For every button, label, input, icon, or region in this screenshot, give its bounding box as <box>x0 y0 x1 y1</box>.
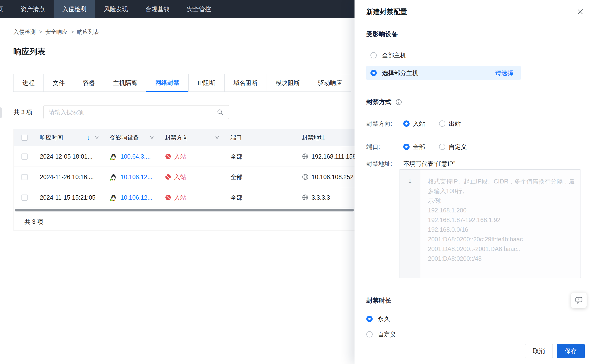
nav-item-asset-inventory[interactable]: 资产清点 <box>12 0 54 18</box>
port-custom-label[interactable]: 自定义 <box>449 143 467 151</box>
col-affected-device-label: 受影响设备 <box>110 134 139 141</box>
filter-icon[interactable] <box>149 135 154 140</box>
tab-container[interactable]: 容器 <box>74 74 104 92</box>
radio-port-custom[interactable] <box>439 144 445 150</box>
radio-all-hosts[interactable] <box>371 52 377 58</box>
address-label: 10.106.108.252 <box>312 174 354 181</box>
block-icon <box>165 174 171 180</box>
online-status-dot <box>109 158 112 160</box>
breadcrumb-item-1[interactable]: 入侵检测 <box>14 28 36 36</box>
globe-icon <box>302 174 309 180</box>
cell-port: 全部 <box>225 194 297 202</box>
search-icon[interactable] <box>217 109 224 115</box>
globe-icon <box>302 153 309 160</box>
block-icon <box>165 153 171 160</box>
ban-duration-heading-label: 封禁时长 <box>366 296 391 305</box>
device-link[interactable]: 100.64.3.... <box>120 153 151 160</box>
cell-device: 10.106.12... <box>105 194 160 201</box>
nav-item-partial[interactable]: 页 <box>0 0 12 18</box>
tab-domain-block[interactable]: 域名阻断 <box>224 74 267 92</box>
ban-duration-heading: 封禁时长 <box>366 296 582 305</box>
cell-direction: 入站 <box>160 173 225 181</box>
cell-port: 全部 <box>225 153 297 160</box>
row-checkbox[interactable] <box>22 153 28 160</box>
left-edge-partial <box>0 107 2 118</box>
filter-icon[interactable] <box>215 135 220 140</box>
radio-port-all[interactable] <box>403 144 410 150</box>
placeholder-line: 192.168.1.200 <box>428 205 575 215</box>
globe-icon <box>302 194 309 201</box>
online-status-dot <box>109 178 112 181</box>
device-link[interactable]: 10.106.12... <box>120 174 152 181</box>
row-checkbox[interactable] <box>22 174 28 180</box>
option-forever[interactable]: 永久 <box>366 313 582 324</box>
placeholder-line: 格式支持IP、起止IP段、CIDR，多个值需换行分隔，最 <box>428 176 575 186</box>
direction-label: 入站 <box>174 173 186 181</box>
filter-icon[interactable] <box>94 135 99 140</box>
tab-driver-response[interactable]: 驱动响应 <box>309 74 351 92</box>
tab-ip-block[interactable]: IP阻断 <box>188 74 224 92</box>
info-icon[interactable] <box>395 99 402 105</box>
affected-devices-heading: 受影响设备 <box>366 30 582 38</box>
inbound-label[interactable]: 入站 <box>413 120 425 128</box>
col-response-time-label: 响应时间 <box>40 134 63 141</box>
cell-device: 10.106.12... <box>105 173 160 181</box>
radio-forever[interactable] <box>366 316 372 322</box>
please-select-link[interactable]: 请选择 <box>495 69 514 77</box>
port-all-label[interactable]: 全部 <box>413 143 425 151</box>
nav-item-compliance-baseline[interactable]: 合规基线 <box>137 0 178 18</box>
radio-partial-hosts[interactable] <box>371 70 377 76</box>
row-checkbox[interactable] <box>22 195 28 201</box>
close-icon[interactable] <box>576 7 585 16</box>
outbound-label[interactable]: 出站 <box>449 120 461 128</box>
ban-address-field: 封禁地址: 不填写代表“任意IP” <box>366 158 582 169</box>
new-ban-config-drawer: 新建封禁配置 受影响设备 全部主机 选择部分主机 请选择 封禁方式 封禁方向: … <box>355 0 596 364</box>
direction-label: 入站 <box>174 153 186 160</box>
search-box[interactable] <box>44 105 229 119</box>
breadcrumb-item-2[interactable]: 安全响应 <box>45 28 67 36</box>
radio-inbound[interactable] <box>403 120 410 127</box>
nav-item-risk-discovery[interactable]: 风险发现 <box>95 0 137 18</box>
search-input[interactable] <box>49 109 217 116</box>
cell-port: 全部 <box>225 173 297 181</box>
horizontal-scrollbar[interactable] <box>15 209 354 211</box>
ban-address-hint: 不填写代表“任意IP” <box>403 160 455 168</box>
tab-process[interactable]: 进程 <box>13 74 44 92</box>
feedback-button[interactable] <box>571 292 587 308</box>
cell-response-time: 2024-11-15 15:21:05 <box>35 194 105 201</box>
breadcrumb-separator: > <box>71 29 74 35</box>
device-link[interactable]: 10.106.12... <box>120 194 152 201</box>
save-button[interactable]: 保存 <box>557 344 585 358</box>
col-ban-direction-label: 封禁方向 <box>165 134 188 141</box>
radio-custom-duration[interactable] <box>366 331 372 337</box>
placeholder-line: 2001:DA8:0200::/48 <box>428 254 575 263</box>
drawer-title: 新建封禁配置 <box>366 7 582 16</box>
ban-method-heading-label: 封禁方式 <box>366 98 391 106</box>
col-ban-direction: 封禁方向 <box>160 134 225 141</box>
option-custom-duration[interactable]: 自定义 <box>366 329 582 340</box>
address-editor[interactable]: 1 格式支持IP、起止IP段、CIDR，多个值需换行分隔，最 多输入100行。 … <box>399 169 581 278</box>
block-icon <box>165 194 171 201</box>
col-port: 端口 <box>225 134 297 141</box>
tab-network-ban[interactable]: 网络封禁 <box>146 74 189 92</box>
affected-devices-heading-label: 受影响设备 <box>366 30 398 38</box>
tab-host-isolation[interactable]: 主机隔离 <box>104 74 146 92</box>
cancel-button[interactable]: 取消 <box>525 344 553 358</box>
col-response-time: 响应时间 ↓ <box>35 134 105 141</box>
select-all-checkbox[interactable] <box>22 135 28 141</box>
total-count: 共 3 项 <box>14 108 32 116</box>
option-all-hosts[interactable]: 全部主机 <box>366 50 582 61</box>
placeholder-line: 多输入100行。 <box>428 186 575 196</box>
placeholder-line: 2001:DA8:0200::20c:29ff:fe4b:baac <box>428 234 575 244</box>
editor-placeholder: 格式支持IP、起止IP段、CIDR，多个值需换行分隔，最 多输入100行。 示例… <box>420 170 581 278</box>
cell-device: 100.64.3.... <box>105 153 160 160</box>
option-partial-hosts[interactable]: 选择部分主机 请选择 <box>366 66 521 80</box>
tab-file[interactable]: 文件 <box>44 74 74 92</box>
tab-module-block[interactable]: 模块阻断 <box>267 74 309 92</box>
nav-item-security-control[interactable]: 安全管控 <box>178 0 220 18</box>
radio-outbound[interactable] <box>439 120 445 127</box>
direction-label: 入站 <box>174 194 186 202</box>
nav-item-intrusion-detection[interactable]: 入侵检测 <box>54 0 95 18</box>
sort-desc-icon[interactable]: ↓ <box>87 134 90 141</box>
ban-method-heading: 封禁方式 <box>366 98 582 106</box>
